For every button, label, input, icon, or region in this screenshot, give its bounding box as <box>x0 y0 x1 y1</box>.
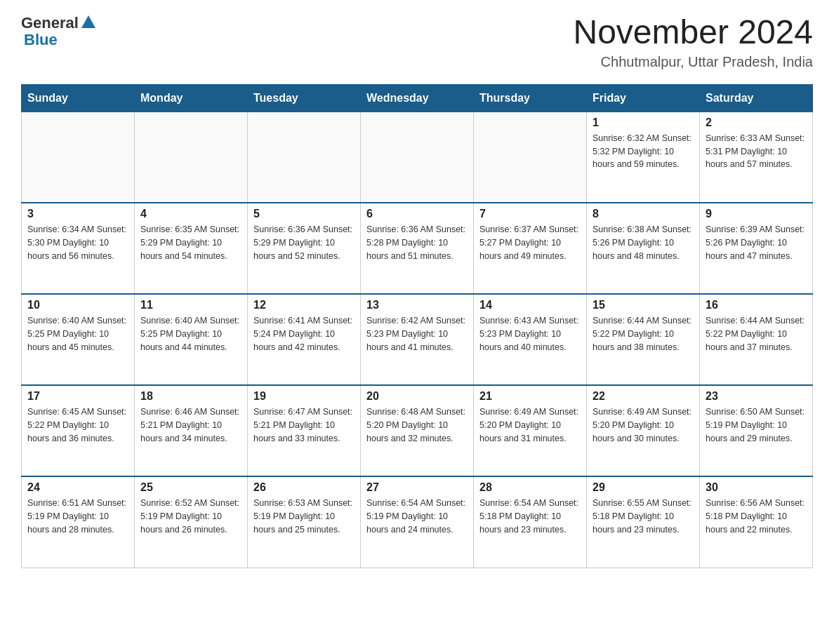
day-number: 23 <box>706 390 807 403</box>
day-number: 16 <box>706 299 807 311</box>
day-info: Sunrise: 6:55 AM Sunset: 5:18 PM Dayligh… <box>593 497 694 536</box>
day-info: Sunrise: 6:50 AM Sunset: 5:19 PM Dayligh… <box>706 405 807 445</box>
day-info: Sunrise: 6:33 AM Sunset: 5:31 PM Dayligh… <box>706 132 807 171</box>
day-info: Sunrise: 6:41 AM Sunset: 5:24 PM Dayligh… <box>253 314 355 354</box>
day-info: Sunrise: 6:54 AM Sunset: 5:19 PM Dayligh… <box>366 497 468 536</box>
day-info: Sunrise: 6:32 AM Sunset: 5:32 PM Dayligh… <box>593 132 694 171</box>
logo: General Blue <box>21 14 95 49</box>
calendar-cell: 28Sunrise: 6:54 AM Sunset: 5:18 PM Dayli… <box>474 476 587 568</box>
day-info: Sunrise: 6:42 AM Sunset: 5:23 PM Dayligh… <box>366 314 468 354</box>
day-number: 10 <box>27 299 128 311</box>
day-number: 7 <box>479 208 581 220</box>
day-number: 25 <box>140 481 241 494</box>
calendar-day-header: Friday <box>587 84 700 112</box>
day-number: 26 <box>253 481 355 494</box>
calendar-cell <box>474 112 587 203</box>
day-info: Sunrise: 6:51 AM Sunset: 5:19 PM Dayligh… <box>27 497 128 536</box>
day-info: Sunrise: 6:39 AM Sunset: 5:26 PM Dayligh… <box>706 223 807 262</box>
day-number: 17 <box>27 390 128 403</box>
calendar-cell: 25Sunrise: 6:52 AM Sunset: 5:19 PM Dayli… <box>135 476 248 568</box>
day-info: Sunrise: 6:47 AM Sunset: 5:21 PM Dayligh… <box>253 405 355 445</box>
day-number: 19 <box>253 390 355 403</box>
day-number: 24 <box>27 481 128 494</box>
calendar-cell: 7Sunrise: 6:37 AM Sunset: 5:27 PM Daylig… <box>474 203 587 294</box>
title-block: November 2024 Chhutmalpur, Uttar Pradesh… <box>573 14 813 70</box>
day-info: Sunrise: 6:44 AM Sunset: 5:22 PM Dayligh… <box>593 314 694 354</box>
calendar-cell: 20Sunrise: 6:48 AM Sunset: 5:20 PM Dayli… <box>361 385 474 476</box>
calendar-cell: 12Sunrise: 6:41 AM Sunset: 5:24 PM Dayli… <box>248 294 361 385</box>
day-number: 14 <box>479 299 581 311</box>
day-info: Sunrise: 6:46 AM Sunset: 5:21 PM Dayligh… <box>140 405 241 445</box>
day-number: 27 <box>366 481 468 494</box>
logo-triangle-icon <box>81 15 95 28</box>
calendar-cell: 9Sunrise: 6:39 AM Sunset: 5:26 PM Daylig… <box>700 203 813 294</box>
calendar-cell: 29Sunrise: 6:55 AM Sunset: 5:18 PM Dayli… <box>587 476 700 568</box>
day-info: Sunrise: 6:56 AM Sunset: 5:18 PM Dayligh… <box>706 497 807 536</box>
calendar-day-header: Monday <box>135 84 248 112</box>
day-number: 11 <box>140 299 241 311</box>
day-info: Sunrise: 6:35 AM Sunset: 5:29 PM Dayligh… <box>140 223 241 262</box>
calendar-cell: 30Sunrise: 6:56 AM Sunset: 5:18 PM Dayli… <box>700 476 813 568</box>
calendar-cell: 1Sunrise: 6:32 AM Sunset: 5:32 PM Daylig… <box>587 112 700 203</box>
calendar-cell: 26Sunrise: 6:53 AM Sunset: 5:19 PM Dayli… <box>248 476 361 568</box>
day-info: Sunrise: 6:45 AM Sunset: 5:22 PM Dayligh… <box>27 405 128 445</box>
day-info: Sunrise: 6:48 AM Sunset: 5:20 PM Dayligh… <box>366 405 468 445</box>
calendar-cell: 6Sunrise: 6:36 AM Sunset: 5:28 PM Daylig… <box>361 203 474 294</box>
page-header: General Blue November 2024 Chhutmalpur, … <box>21 14 813 70</box>
calendar-week-row: 10Sunrise: 6:40 AM Sunset: 5:25 PM Dayli… <box>22 294 813 385</box>
calendar-cell <box>248 112 361 203</box>
calendar-day-header: Sunday <box>22 84 135 112</box>
calendar-week-row: 17Sunrise: 6:45 AM Sunset: 5:22 PM Dayli… <box>22 385 813 476</box>
day-info: Sunrise: 6:54 AM Sunset: 5:18 PM Dayligh… <box>479 497 581 536</box>
calendar-cell: 8Sunrise: 6:38 AM Sunset: 5:26 PM Daylig… <box>587 203 700 294</box>
calendar-cell: 4Sunrise: 6:35 AM Sunset: 5:29 PM Daylig… <box>135 203 248 294</box>
day-info: Sunrise: 6:53 AM Sunset: 5:19 PM Dayligh… <box>253 497 355 536</box>
logo-blue-text: Blue <box>24 31 58 49</box>
calendar-cell: 21Sunrise: 6:49 AM Sunset: 5:20 PM Dayli… <box>474 385 587 476</box>
day-number: 18 <box>140 390 241 403</box>
day-number: 12 <box>253 299 355 311</box>
day-number: 13 <box>366 299 468 311</box>
day-info: Sunrise: 6:52 AM Sunset: 5:19 PM Dayligh… <box>140 497 241 536</box>
calendar-cell <box>22 112 135 203</box>
calendar-day-header: Wednesday <box>361 84 474 112</box>
day-number: 4 <box>140 208 241 220</box>
day-info: Sunrise: 6:38 AM Sunset: 5:26 PM Dayligh… <box>593 223 694 262</box>
day-info: Sunrise: 6:49 AM Sunset: 5:20 PM Dayligh… <box>479 405 581 445</box>
calendar-cell: 23Sunrise: 6:50 AM Sunset: 5:19 PM Dayli… <box>700 385 813 476</box>
calendar-cell: 24Sunrise: 6:51 AM Sunset: 5:19 PM Dayli… <box>22 476 135 568</box>
day-number: 15 <box>593 299 694 311</box>
calendar-cell: 27Sunrise: 6:54 AM Sunset: 5:19 PM Dayli… <box>361 476 474 568</box>
calendar-cell <box>135 112 248 203</box>
day-info: Sunrise: 6:49 AM Sunset: 5:20 PM Dayligh… <box>593 405 694 445</box>
calendar-cell: 16Sunrise: 6:44 AM Sunset: 5:22 PM Dayli… <box>700 294 813 385</box>
day-number: 30 <box>706 481 807 494</box>
calendar-cell: 14Sunrise: 6:43 AM Sunset: 5:23 PM Dayli… <box>474 294 587 385</box>
day-number: 5 <box>253 208 355 220</box>
calendar-week-row: 1Sunrise: 6:32 AM Sunset: 5:32 PM Daylig… <box>22 112 813 203</box>
day-info: Sunrise: 6:34 AM Sunset: 5:30 PM Dayligh… <box>27 223 128 262</box>
calendar-day-header: Saturday <box>700 84 813 112</box>
day-info: Sunrise: 6:37 AM Sunset: 5:27 PM Dayligh… <box>479 223 581 262</box>
location-title: Chhutmalpur, Uttar Pradesh, India <box>573 54 813 70</box>
day-info: Sunrise: 6:36 AM Sunset: 5:28 PM Dayligh… <box>366 223 468 262</box>
calendar-cell: 17Sunrise: 6:45 AM Sunset: 5:22 PM Dayli… <box>22 385 135 476</box>
calendar-cell: 11Sunrise: 6:40 AM Sunset: 5:25 PM Dayli… <box>135 294 248 385</box>
day-number: 2 <box>706 116 807 129</box>
calendar-cell: 10Sunrise: 6:40 AM Sunset: 5:25 PM Dayli… <box>22 294 135 385</box>
day-number: 9 <box>706 208 807 220</box>
day-number: 6 <box>366 208 468 220</box>
calendar-week-row: 24Sunrise: 6:51 AM Sunset: 5:19 PM Dayli… <box>22 476 813 568</box>
calendar-cell: 22Sunrise: 6:49 AM Sunset: 5:20 PM Dayli… <box>587 385 700 476</box>
calendar-cell: 18Sunrise: 6:46 AM Sunset: 5:21 PM Dayli… <box>135 385 248 476</box>
day-number: 28 <box>479 481 581 494</box>
day-number: 8 <box>593 208 694 220</box>
day-number: 3 <box>27 208 128 220</box>
calendar-cell: 3Sunrise: 6:34 AM Sunset: 5:30 PM Daylig… <box>22 203 135 294</box>
calendar-cell: 5Sunrise: 6:36 AM Sunset: 5:29 PM Daylig… <box>248 203 361 294</box>
day-info: Sunrise: 6:36 AM Sunset: 5:29 PM Dayligh… <box>253 223 355 262</box>
day-info: Sunrise: 6:44 AM Sunset: 5:22 PM Dayligh… <box>706 314 807 354</box>
day-number: 1 <box>593 116 694 129</box>
calendar-week-row: 3Sunrise: 6:34 AM Sunset: 5:30 PM Daylig… <box>22 203 813 294</box>
logo-general-text: General <box>21 14 79 32</box>
